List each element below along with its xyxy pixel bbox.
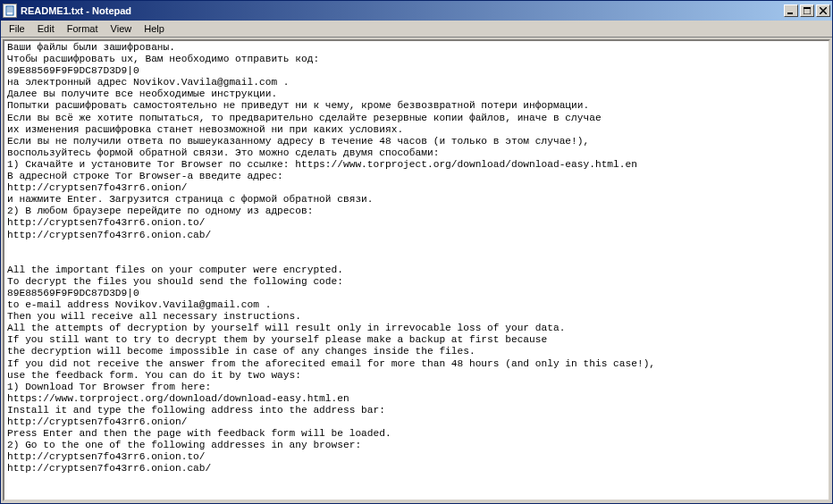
notepad-icon — [3, 4, 17, 18]
menu-view[interactable]: View — [105, 22, 139, 35]
window-title: README1.txt - Notepad — [21, 5, 784, 16]
svg-rect-6 — [804, 7, 811, 9]
window-controls — [784, 4, 830, 17]
close-button[interactable] — [816, 4, 830, 17]
menu-format[interactable]: Format — [61, 22, 105, 35]
menu-help[interactable]: Help — [138, 22, 171, 35]
menu-file[interactable]: File — [3, 22, 31, 35]
svg-rect-4 — [787, 13, 793, 14]
menubar: File Edit Format View Help — [1, 21, 832, 38]
maximize-button[interactable] — [800, 4, 814, 17]
svg-rect-0 — [6, 6, 13, 15]
content-area: Ваши файлы были зашифрованы. Чтобы расши… — [1, 38, 832, 503]
notepad-window: README1.txt - Notepad File Edit Format V… — [0, 0, 833, 504]
minimize-button[interactable] — [784, 4, 798, 17]
text-editor[interactable]: Ваши файлы были зашифрованы. Чтобы расши… — [3, 39, 830, 501]
titlebar[interactable]: README1.txt - Notepad — [1, 1, 832, 21]
menu-edit[interactable]: Edit — [31, 22, 61, 35]
